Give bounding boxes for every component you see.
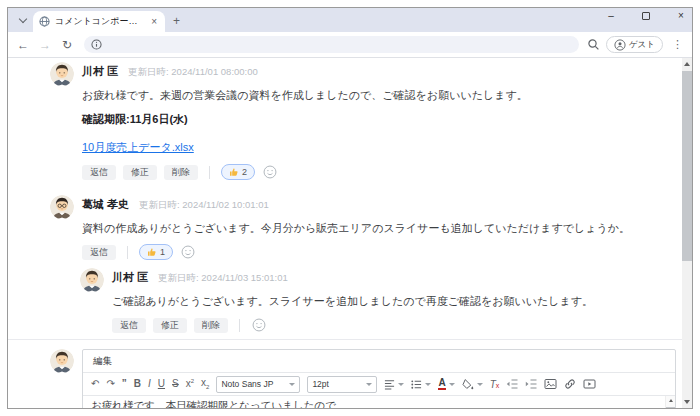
avatar-kawamura — [50, 62, 74, 86]
reply-button[interactable]: 返信 — [82, 245, 116, 260]
user-icon — [614, 39, 626, 51]
thread-divider — [8, 339, 692, 340]
divider — [209, 166, 210, 179]
blockquote-icon[interactable]: ” — [122, 379, 127, 389]
video-icon[interactable] — [583, 378, 596, 390]
smiley-icon — [181, 245, 195, 259]
chevron-down-icon — [18, 15, 26, 23]
strikethrough-icon[interactable]: S — [172, 379, 179, 389]
guest-profile-button[interactable]: ゲスト — [606, 36, 663, 53]
add-reaction-button[interactable] — [180, 244, 196, 260]
divider — [239, 319, 240, 332]
divider — [127, 246, 128, 259]
smiley-icon — [263, 165, 277, 179]
forward-button[interactable]: → — [36, 38, 54, 52]
window-controls: – × — [604, 10, 688, 21]
new-tab-button[interactable]: + — [173, 14, 180, 28]
comment-editor: 編集 ↶ ↷ ” B I U S x2 x2 Noto Sans JP — [50, 349, 676, 408]
text-color-icon: A — [438, 378, 445, 390]
comment-author: 川村 匡 — [112, 270, 148, 285]
reply-button[interactable]: 返信 — [112, 318, 146, 333]
link-icon[interactable] — [564, 378, 576, 390]
delete-button[interactable]: 削除 — [164, 165, 198, 180]
guest-label: ゲスト — [629, 39, 655, 51]
list-icon — [411, 379, 422, 390]
image-icon[interactable] — [544, 378, 557, 390]
text-color-select[interactable]: A — [438, 378, 454, 390]
italic-icon[interactable]: I — [148, 379, 151, 389]
comment-updated-at: 更新日時: 2024/11/03 15:01:01 — [158, 272, 288, 285]
scroll-down-arrow[interactable] — [682, 396, 692, 408]
superscript-icon[interactable]: x2 — [186, 378, 194, 389]
indent-icon[interactable] — [525, 378, 537, 390]
edit-button[interactable]: 修正 — [153, 318, 187, 333]
thumbs-up-reaction[interactable]: 1 — [139, 244, 173, 260]
chevron-down-icon — [449, 383, 455, 386]
info-icon[interactable] — [91, 39, 102, 50]
bold-icon[interactable]: B — [134, 379, 141, 389]
add-reaction-button[interactable] — [262, 164, 278, 180]
subscript-icon[interactable]: x2 — [201, 378, 209, 390]
font-size-select[interactable]: 12pt — [307, 376, 377, 393]
page-content: 川村 匡 更新日時: 2024/11/01 08:00:00 お疲れ様です。来週… — [8, 58, 692, 408]
thumbs-up-reaction[interactable]: 2 — [221, 164, 255, 180]
underline-icon[interactable]: U — [158, 379, 165, 389]
delete-button[interactable]: 削除 — [194, 318, 228, 333]
comment-body: 資料の作成ありがとうございます。今月分から販売エリアのスライサーも追加していただ… — [82, 221, 630, 236]
comment-item-2: 葛城 孝史 更新日時: 2024/11/02 10:01:01 資料の作成ありが… — [50, 195, 676, 260]
comment-author: 川村 匡 — [82, 64, 118, 79]
comment-body: ご確認ありがとうございます。スライサーを追加しましたので再度ご確認をお願いいたし… — [112, 294, 593, 309]
list-select[interactable] — [411, 379, 431, 390]
editor-text-area[interactable]: お疲れ様です。本日確認期限となっていましたので、 まだご確認されていない方は本日… — [83, 396, 675, 408]
toolbar-right: ゲスト ⋮ — [587, 36, 686, 53]
comment-item-3: 川村 匡 更新日時: 2024/11/03 15:01:01 ご確認ありがとうご… — [80, 268, 676, 333]
editor-mode-label: 編集 — [83, 350, 675, 373]
attachment-link[interactable]: 10月度売上データ.xlsx — [82, 140, 194, 155]
close-button[interactable]: × — [674, 10, 688, 21]
reload-button[interactable]: ↻ — [58, 38, 76, 52]
reaction-count: 1 — [160, 247, 165, 257]
editor-scrollbar[interactable] — [665, 396, 675, 408]
avatar-kawamura — [50, 349, 74, 373]
chevron-down-icon — [477, 383, 483, 386]
search-icon[interactable] — [587, 38, 600, 51]
undo-icon[interactable]: ↶ — [91, 379, 99, 389]
comment-item-1: 川村 匡 更新日時: 2024/11/01 08:00:00 お疲れ様です。来週… — [50, 62, 676, 180]
rich-text-editor: 編集 ↶ ↷ ” B I U S x2 x2 Noto Sans JP — [82, 349, 676, 408]
tab-close-icon[interactable]: × — [149, 16, 159, 27]
tab-title: コメントコンポーネントサンプル — [55, 15, 144, 28]
reply-button[interactable]: 返信 — [82, 165, 116, 180]
outdent-icon[interactable] — [506, 378, 518, 390]
browser-window: コメントコンポーネントサンプル × + – × ← → ↻ — [7, 7, 693, 409]
highlight-color-select[interactable] — [462, 378, 483, 390]
comment-author: 葛城 孝史 — [82, 197, 129, 212]
scroll-up-arrow[interactable] — [682, 58, 692, 70]
browser-menu-button[interactable]: ⋮ — [669, 38, 686, 51]
align-icon — [384, 379, 395, 390]
redo-icon[interactable]: ↷ — [106, 379, 114, 389]
paint-bucket-icon — [462, 378, 474, 390]
add-reaction-button[interactable] — [251, 317, 267, 333]
browser-tab[interactable]: コメントコンポーネントサンプル × — [33, 11, 165, 32]
address-bar[interactable] — [84, 36, 579, 53]
maximize-button[interactable] — [642, 12, 650, 20]
comment-body: お疲れ様です。来週の営業会議の資料を作成しましたので、ご確認をお願いいたします。 — [82, 88, 528, 103]
font-family-select[interactable]: Noto Sans JP — [216, 376, 300, 393]
editor-toolbar: ↶ ↷ ” B I U S x2 x2 Noto Sans JP 12pt — [83, 373, 675, 396]
clear-formatting-icon[interactable]: Tx — [490, 379, 500, 390]
scrollbar-thumb[interactable] — [682, 71, 692, 261]
back-button[interactable]: ← — [14, 38, 32, 52]
chevron-down-icon — [425, 383, 431, 386]
browser-toolbar: ← → ↻ ゲスト ⋮ — [8, 32, 692, 58]
chevron-down-icon — [398, 383, 404, 386]
page-scrollbar[interactable] — [682, 58, 692, 408]
avatar-katsuragi — [50, 195, 74, 219]
edit-button[interactable]: 修正 — [123, 165, 157, 180]
minimize-button[interactable]: – — [604, 10, 618, 21]
align-select[interactable] — [384, 379, 404, 390]
tab-search-button[interactable] — [14, 12, 31, 29]
reaction-count: 2 — [242, 167, 247, 177]
smiley-icon — [252, 318, 266, 332]
chevron-down-icon — [366, 383, 372, 386]
comment-updated-at: 更新日時: 2024/11/02 10:01:01 — [139, 199, 269, 212]
